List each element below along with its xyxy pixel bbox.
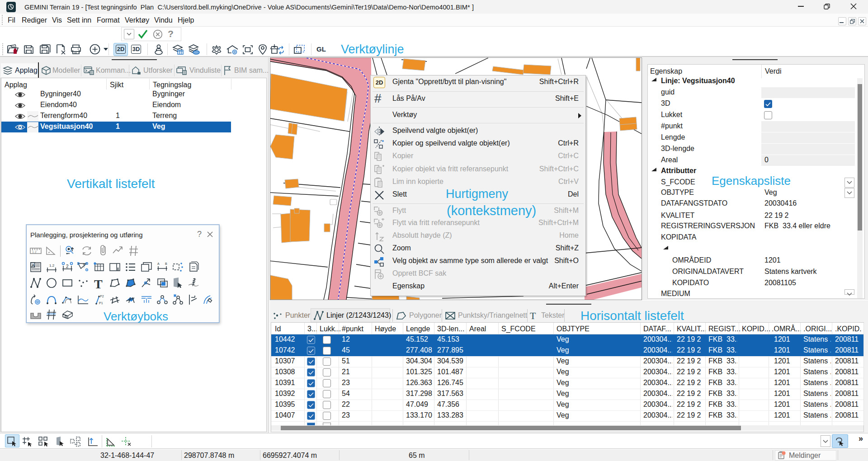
svg-text:P2: P2 (100, 295, 104, 298)
svg-text:?: ? (83, 263, 85, 268)
svg-text:A: A (157, 262, 160, 265)
svg-text:P1: P1 (99, 301, 103, 305)
svg-text:1 2: 1 2 (32, 250, 37, 254)
svg-text:2: 2 (66, 264, 69, 269)
svg-text:B: B (165, 262, 167, 265)
svg-text:A: A (32, 263, 35, 268)
svg-text:1.2: 1.2 (49, 263, 55, 268)
